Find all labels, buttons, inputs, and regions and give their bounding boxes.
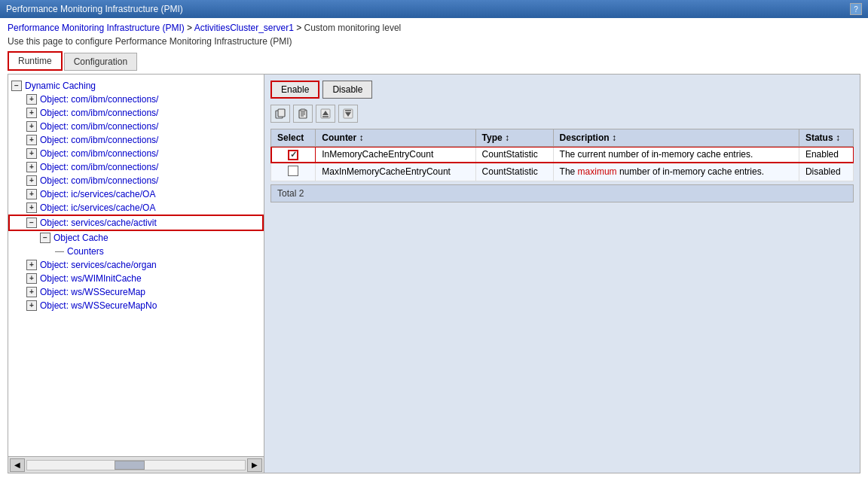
expand-icon-obj2[interactable]: + (26, 108, 37, 118)
enable-button[interactable]: Enable (270, 81, 319, 99)
svg-rect-3 (301, 109, 305, 111)
tree-item-obj12[interactable]: + Object: ws/WIMInitCache (8, 272, 264, 285)
tab-configuration[interactable]: Configuration (64, 53, 137, 71)
tree-link-obj4[interactable]: Object: com/ibm/connections/ (40, 135, 158, 145)
scroll-thumb[interactable] (115, 461, 145, 470)
breadcrumb-link-server[interactable]: ActivitiesCluster_server1 (194, 23, 294, 33)
action-buttons: Enable Disable (270, 81, 854, 99)
expand-icon-obj3[interactable]: + (26, 121, 37, 132)
scroll-track[interactable] (26, 460, 246, 470)
tree-panel: − Dynamic Caching + Object: com/ibm/conn… (8, 75, 264, 473)
expand-icon-obj7[interactable]: + (26, 175, 37, 186)
tree-link-obj11[interactable]: Object: services/cache/organ (40, 260, 157, 270)
row2-select-cell[interactable] (271, 163, 316, 181)
expand-icon-obj1[interactable]: + (26, 94, 37, 105)
data-table: Select Counter ↕ Type ↕ Description ↕ St… (270, 129, 854, 181)
row1-checkbox[interactable] (288, 150, 298, 160)
toolbar-icons (270, 105, 854, 123)
total-row: Total 2 (270, 184, 854, 202)
move-down-icon-btn[interactable] (338, 105, 358, 123)
tab-runtime[interactable]: Runtime (8, 51, 63, 71)
page-subtitle: Use this page to configure Performance M… (0, 35, 868, 51)
tree-item-obj8[interactable]: + Object: ic/services/cache/OA (8, 187, 264, 201)
expand-icon-obj8[interactable]: + (26, 189, 37, 199)
tree-link-obj12[interactable]: Object: ws/WIMInitCache (40, 273, 142, 284)
svg-rect-1 (278, 109, 285, 117)
breadcrumb-current: Custom monitoring level (304, 23, 402, 33)
expand-icon-obj5[interactable]: + (26, 148, 37, 159)
col-header-type[interactable]: Type ↕ (475, 129, 553, 147)
expand-icon-dynamic-caching[interactable]: − (11, 81, 22, 91)
tree-link-obj5[interactable]: Object: com/ibm/connections/ (40, 148, 158, 159)
tree-item-obj4[interactable]: + Object: com/ibm/connections/ (8, 133, 264, 147)
tree-link-obj14[interactable]: Object: ws/WSSecureMapNo (40, 300, 157, 311)
tree-link-obj8[interactable]: Object: ic/services/cache/OA (40, 189, 155, 199)
tabs-container: Runtime Configuration (0, 51, 868, 71)
row2-type-cell: CountStatistic (475, 163, 553, 181)
tree-item-dynamic-caching[interactable]: − Dynamic Caching (8, 79, 264, 93)
tree-item-obj11[interactable]: + Object: services/cache/organ (8, 258, 264, 272)
tree-item-obj10[interactable]: − Object: services/cache/activit (8, 215, 264, 231)
tree-link-counters[interactable]: Counters (67, 246, 104, 257)
expand-icon-obj4[interactable]: + (26, 135, 37, 145)
row2-checkbox[interactable] (288, 166, 298, 176)
tree-item-obj6[interactable]: + Object: com/ibm/connections/ (8, 160, 264, 174)
right-panel: Enable Disable (264, 75, 860, 473)
breadcrumb-link-pmi[interactable]: Performance Monitoring Infrastructure (P… (8, 23, 185, 33)
expand-icon-obj13[interactable]: + (26, 287, 37, 297)
col-header-counter[interactable]: Counter ↕ (316, 129, 475, 147)
table-row: InMemoryCacheEntryCount CountStatistic T… (271, 147, 854, 163)
tree-link-obj1[interactable]: Object: com/ibm/connections/ (40, 94, 158, 105)
col-header-select: Select (271, 129, 316, 147)
tree-item-obj13[interactable]: + Object: ws/WSSecureMap (8, 285, 264, 299)
tree-link-obj9[interactable]: Object: ic/services/cache/OA (40, 202, 155, 213)
row2-counter-cell: MaxInMemoryCacheEntryCount (316, 163, 475, 181)
tree-link-obj3[interactable]: Object: com/ibm/connections/ (40, 121, 158, 132)
tree-scroll-area[interactable]: − Dynamic Caching + Object: com/ibm/conn… (8, 75, 264, 456)
tree-item-obj2[interactable]: + Object: com/ibm/connections/ (8, 106, 264, 120)
expand-icon-obj12[interactable]: + (26, 273, 37, 284)
app-title: Performance Monitoring Infrastructure (P… (6, 4, 183, 14)
col-header-status[interactable]: Status ↕ (799, 129, 853, 147)
tree-item-obj3[interactable]: + Object: com/ibm/connections/ (8, 120, 264, 133)
tree-item-obj9[interactable]: + Object: ic/services/cache/OA (8, 201, 264, 215)
tree-item-obj5[interactable]: + Object: com/ibm/connections/ (8, 147, 264, 160)
expand-icon-obj6[interactable]: + (26, 162, 37, 172)
help-button[interactable]: ? (850, 3, 862, 15)
move-up-icon-btn[interactable] (316, 105, 335, 123)
tree-item-obj7[interactable]: + Object: com/ibm/connections/ (8, 174, 264, 187)
tree-item-object-cache[interactable]: − Object Cache (8, 231, 264, 245)
scroll-left-btn[interactable]: ◀ (10, 458, 25, 472)
tree-item-obj14[interactable]: + Object: ws/WSSecureMapNo (8, 299, 264, 312)
title-bar: Performance Monitoring Infrastructure (P… (0, 0, 868, 18)
row1-select-cell[interactable] (271, 147, 316, 163)
row2-description-cell: The maximum number of in-memory cache en… (553, 163, 799, 181)
main-content: − Dynamic Caching + Object: com/ibm/conn… (8, 74, 860, 473)
tree-link-obj13[interactable]: Object: ws/WSSecureMap (40, 287, 145, 297)
counters-dash: — (55, 246, 64, 257)
row1-status-cell: Enabled (799, 147, 853, 163)
row1-type-cell: CountStatistic (475, 147, 553, 163)
expand-icon-obj10[interactable]: − (26, 218, 37, 228)
table-row: MaxInMemoryCacheEntryCount CountStatisti… (271, 163, 854, 181)
tree-link-obj7[interactable]: Object: com/ibm/connections/ (40, 175, 158, 186)
expand-icon-obj11[interactable]: + (26, 260, 37, 270)
tree-link-obj10[interactable]: Object: services/cache/activit (40, 218, 157, 228)
expand-icon-obj14[interactable]: + (26, 300, 37, 311)
tree-item-counters[interactable]: — Counters (8, 245, 264, 258)
tree-horizontal-scrollbar[interactable]: ◀ ▶ (8, 456, 264, 473)
tree-link-dynamic-caching[interactable]: Dynamic Caching (25, 81, 96, 91)
breadcrumb-sep2: > (296, 23, 301, 33)
tree-item-obj1[interactable]: + Object: com/ibm/connections/ (8, 93, 264, 106)
scroll-right-btn[interactable]: ▶ (247, 458, 262, 472)
paste-icon-btn[interactable] (293, 105, 313, 123)
tree-link-object-cache[interactable]: Object Cache (53, 233, 108, 243)
tree-link-obj2[interactable]: Object: com/ibm/connections/ (40, 108, 158, 118)
tree-link-obj6[interactable]: Object: com/ibm/connections/ (40, 162, 158, 172)
copy-icon-btn[interactable] (270, 105, 290, 123)
col-header-description[interactable]: Description ↕ (553, 129, 799, 147)
expand-icon-obj9[interactable]: + (26, 202, 37, 213)
expand-icon-object-cache[interactable]: − (40, 233, 50, 243)
row1-description-cell: The current number of in-memory cache en… (553, 147, 799, 163)
disable-button[interactable]: Disable (322, 81, 372, 99)
